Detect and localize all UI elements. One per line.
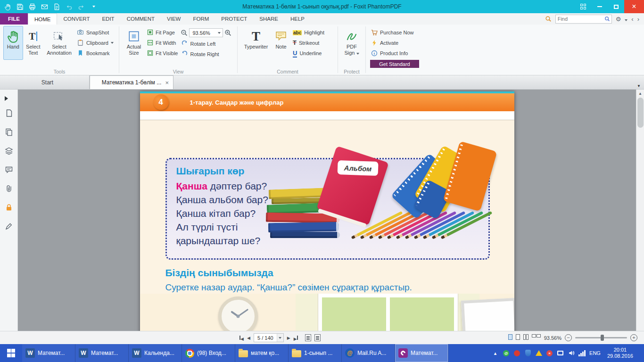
network-icon[interactable] xyxy=(578,350,586,357)
tab-document[interactable]: Математика 1-бөлім ... xyxy=(90,75,173,89)
hand-tool-icon[interactable] xyxy=(4,3,12,11)
maximize-button[interactable] xyxy=(608,0,624,13)
zoom-in-icon[interactable] xyxy=(224,29,231,36)
page-number-input[interactable] xyxy=(254,335,277,341)
find-next-icon[interactable] xyxy=(637,15,639,23)
antivirus-tray-icon[interactable] xyxy=(513,350,520,357)
strikeout-button[interactable]: Strikeout xyxy=(291,38,326,48)
tab-list-arrow-icon[interactable] xyxy=(637,81,641,89)
close-button[interactable] xyxy=(624,0,644,13)
menu-tab-home[interactable]: HOME xyxy=(28,13,58,25)
language-indicator[interactable]: ENG xyxy=(589,350,601,356)
save-icon[interactable] xyxy=(16,3,24,11)
error-tray-icon[interactable] xyxy=(546,350,553,357)
pdf-sign-button[interactable]: PDF Sign xyxy=(341,26,362,60)
hidden-icons-chevron[interactable] xyxy=(492,350,499,357)
scroll-up-icon[interactable] xyxy=(636,90,644,97)
hand-button[interactable]: Hand xyxy=(3,26,23,60)
first-page-button[interactable] xyxy=(239,334,244,342)
zoom-slider-thumb[interactable] xyxy=(601,335,604,341)
fit-visible-button[interactable]: Fit Visible xyxy=(145,48,180,58)
redo-icon[interactable] xyxy=(77,3,85,11)
taskbar-item-word-1[interactable]: Математ... xyxy=(22,344,75,362)
note-button[interactable]: Note xyxy=(271,26,291,60)
find-search-icon[interactable] xyxy=(603,16,611,22)
display-tray-icon[interactable] xyxy=(557,350,564,357)
bookmark-button[interactable]: Bookmark xyxy=(75,48,116,58)
layout-grid-icon[interactable] xyxy=(575,0,591,13)
minimize-button[interactable] xyxy=(591,0,608,13)
menu-tab-form[interactable]: FORM xyxy=(187,13,215,25)
taskbar-item-foxit[interactable]: Математ... xyxy=(395,344,448,362)
shield-tray-icon[interactable] xyxy=(524,350,531,357)
menu-tab-protect[interactable]: PROTECT xyxy=(215,13,253,25)
attachments-panel-icon[interactable] xyxy=(0,179,17,198)
tab-start[interactable]: Start xyxy=(6,75,90,89)
select-annotation-button[interactable]: Select Annotation xyxy=(43,26,75,60)
menu-tab-help[interactable]: HELP xyxy=(284,13,311,25)
menu-tab-comment[interactable]: COMMENT xyxy=(121,13,161,25)
document-icon[interactable] xyxy=(53,3,61,11)
volume-icon[interactable] xyxy=(568,350,575,357)
bookmarks-panel-icon[interactable] xyxy=(0,123,17,141)
previous-page-button[interactable] xyxy=(247,336,250,340)
taskbar-item-word-2[interactable]: Математ... xyxy=(75,344,129,362)
zoom-slider[interactable] xyxy=(575,337,627,338)
last-page-button[interactable] xyxy=(294,334,298,342)
security-lock-icon[interactable] xyxy=(0,198,17,217)
underline-button[interactable]: Underline xyxy=(291,48,326,58)
actual-size-button[interactable]: Actual Size xyxy=(123,26,145,60)
product-info-button[interactable]: Product Info xyxy=(369,48,419,58)
purchase-now-button[interactable]: Purchase Now xyxy=(369,27,419,37)
zoom-in-button[interactable]: + xyxy=(630,334,637,341)
start-button[interactable] xyxy=(0,344,22,362)
rotate-left-button[interactable]: Rotate Left xyxy=(180,39,232,49)
menu-tab-view[interactable]: VIEW xyxy=(161,13,187,25)
email-icon[interactable] xyxy=(41,3,49,11)
signature-panel-icon[interactable] xyxy=(0,217,17,236)
find-input[interactable] xyxy=(556,16,603,22)
get-standard-button[interactable]: Get Standard xyxy=(370,60,419,68)
warning-tray-icon[interactable] xyxy=(535,350,542,357)
expand-panel-icon[interactable] xyxy=(0,93,17,104)
zoom-out-icon[interactable] xyxy=(181,29,188,36)
next-view-icon[interactable] xyxy=(314,334,321,341)
zoom-out-button[interactable]: − xyxy=(565,334,572,341)
select-text-button[interactable]: Select Text xyxy=(23,26,43,60)
customize-quick-access-icon[interactable] xyxy=(90,3,98,11)
taskbar-item-folder-1[interactable]: матем қо... xyxy=(235,344,289,362)
activate-button[interactable]: Activate xyxy=(369,38,419,48)
document-area[interactable]: 4 1-тарау. Сандар және цифрлар Шығарып к… xyxy=(18,90,636,331)
fit-width-button[interactable]: Fit Width xyxy=(145,38,180,48)
facing-view-icon[interactable] xyxy=(523,334,528,342)
page-thumbnails-icon[interactable] xyxy=(0,104,17,123)
taskbar-item-chrome[interactable]: (98) Вход... xyxy=(182,344,235,362)
ribbon-options-icon[interactable] xyxy=(616,15,621,23)
undo-icon[interactable] xyxy=(65,3,73,11)
mailru-tray-icon[interactable] xyxy=(503,350,510,357)
taskbar-item-word-3[interactable]: Кальенда... xyxy=(129,344,182,362)
zoom-combobox[interactable]: 93.56% xyxy=(189,28,223,37)
single-page-view-icon[interactable] xyxy=(508,334,512,342)
continuous-facing-view-icon[interactable] xyxy=(532,334,541,342)
taskbar-item-folder-2[interactable]: 1-сынып ... xyxy=(289,344,342,362)
fit-page-button[interactable]: Fit Page xyxy=(145,27,180,37)
ribbon-options-caret-icon[interactable] xyxy=(625,15,627,23)
print-icon[interactable] xyxy=(28,3,36,11)
tab-close-icon[interactable] xyxy=(165,80,169,86)
highlight-button[interactable]: Highlight xyxy=(291,27,326,37)
typewriter-button[interactable]: Typewriter xyxy=(241,26,271,60)
menu-tab-share[interactable]: SHARE xyxy=(253,13,284,25)
menu-tab-file[interactable]: FILE xyxy=(0,13,28,25)
taskbar-item-mailru[interactable]: Mail.Ru A... xyxy=(342,344,395,362)
rotate-right-button[interactable]: Rotate Right xyxy=(180,49,232,59)
page-number-caret-icon[interactable] xyxy=(277,334,283,342)
layers-panel-icon[interactable] xyxy=(0,141,17,160)
clipboard-button[interactable]: Clipboard xyxy=(75,38,116,48)
find-previous-icon[interactable] xyxy=(631,15,633,23)
next-page-button[interactable] xyxy=(287,336,290,340)
continuous-view-icon[interactable] xyxy=(516,334,520,342)
menu-tab-edit[interactable]: EDIT xyxy=(96,13,120,25)
taskbar-clock[interactable]: 20:01 29.08.2016 xyxy=(604,347,636,359)
comments-panel-icon[interactable] xyxy=(0,160,17,179)
